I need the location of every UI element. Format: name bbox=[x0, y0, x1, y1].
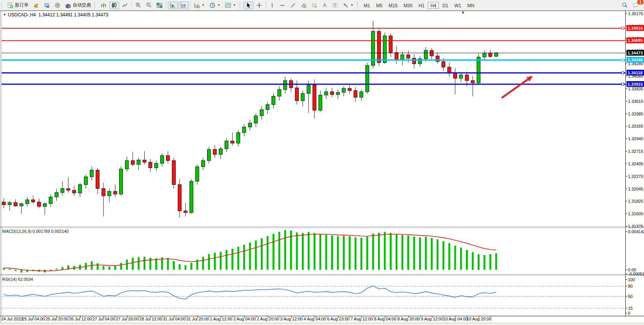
date-label: 26 Jul 12:00 bbox=[69, 317, 92, 321]
templates-button[interactable]: ▼ bbox=[223, 2, 238, 9]
chart-shift-marker-icon[interactable]: ▼ bbox=[461, 11, 465, 14]
new-order-button[interactable]: 新订单 bbox=[5, 2, 30, 9]
text-button[interactable]: A bbox=[320, 2, 329, 9]
price-tick-label: 1.35175 bbox=[628, 11, 643, 16]
candle bbox=[483, 50, 486, 60]
candle bbox=[401, 51, 404, 66]
dropdown-caret-icon: ▼ bbox=[217, 3, 220, 7]
candle bbox=[413, 54, 416, 68]
candlestick-chart-button[interactable] bbox=[109, 2, 119, 9]
auto-trading-button[interactable]: 自动交易 bbox=[63, 2, 93, 9]
candle bbox=[32, 196, 35, 204]
candle bbox=[389, 34, 392, 57]
date-label: 10 Aug 20:00 bbox=[467, 317, 491, 321]
templates-icon bbox=[225, 2, 231, 8]
date-label: 9 Aug 12:00 bbox=[421, 317, 443, 321]
cursor-icon bbox=[245, 2, 252, 8]
periods-button[interactable]: ▼ bbox=[207, 2, 222, 9]
macd-tick-label: 0.004142 bbox=[628, 229, 644, 234]
toolbar-separator bbox=[166, 2, 166, 9]
candle bbox=[96, 168, 99, 194]
candle bbox=[307, 80, 310, 113]
timeframe-m5-button[interactable]: M5 bbox=[373, 2, 385, 9]
zoom-out-button[interactable] bbox=[144, 2, 154, 9]
indicators-button[interactable]: ▼ bbox=[192, 2, 207, 9]
text-label-button[interactable]: T bbox=[330, 2, 340, 9]
date-label: 8 Aug 04:00 bbox=[374, 317, 397, 321]
fibonacci-button[interactable]: F bbox=[309, 2, 319, 9]
price-tick-label: 1.31600 bbox=[628, 211, 643, 216]
bar-chart-button[interactable] bbox=[99, 2, 108, 9]
line-chart-button[interactable] bbox=[120, 2, 130, 9]
horizontal-line-button[interactable] bbox=[277, 2, 287, 9]
candle bbox=[360, 90, 363, 101]
date-label: 31 Jul 04:00 bbox=[163, 317, 186, 321]
auto-scroll-button[interactable] bbox=[168, 2, 178, 9]
notifications-button[interactable]: 1 bbox=[631, 2, 641, 9]
date-label: 8 Aug 20:00 bbox=[397, 317, 420, 321]
rsi-tick-label: 100 bbox=[628, 277, 635, 282]
timeframe-d1-button[interactable]: D1 bbox=[440, 2, 451, 9]
toolbar-grip bbox=[357, 2, 360, 9]
candle bbox=[237, 130, 240, 147]
date-label: 4 Aug 04:00 bbox=[304, 317, 326, 321]
main-toolbar: 新订单 自动交易 ▼ ▼ ▼ E F A T ▼ bbox=[0, 0, 644, 11]
timeframe-w1-button[interactable]: W1 bbox=[452, 2, 464, 9]
timeframe-h4-button[interactable]: H4 bbox=[428, 2, 439, 9]
cursor-button[interactable] bbox=[244, 2, 253, 9]
equidistant-channel-button[interactable]: E bbox=[299, 2, 309, 9]
timeframe-m1-button[interactable]: M1 bbox=[361, 2, 373, 9]
timeframe-m30-button[interactable]: M30 bbox=[401, 2, 415, 9]
candle bbox=[55, 189, 58, 201]
line-handle[interactable] bbox=[622, 83, 624, 85]
macd-tick-label: -0.000511 bbox=[628, 272, 644, 276]
date-label: 3 Aug 12:00 bbox=[280, 317, 303, 321]
trend-arrow-object[interactable] bbox=[502, 79, 528, 98]
line-handle[interactable] bbox=[622, 27, 624, 29]
timeframe-m15-button[interactable]: M15 bbox=[386, 2, 400, 9]
candle bbox=[190, 179, 193, 214]
timeframe-mn-button[interactable]: MN bbox=[465, 2, 477, 9]
candle bbox=[330, 88, 334, 98]
zoom-in-button[interactable] bbox=[133, 2, 143, 9]
text-icon: A bbox=[322, 2, 327, 8]
date-label: 25 Jul 04:00 bbox=[22, 317, 45, 321]
gold-bar-button[interactable] bbox=[31, 2, 41, 9]
candle bbox=[406, 50, 410, 62]
trendline-button[interactable] bbox=[288, 2, 298, 9]
virtual-hosting-button[interactable] bbox=[42, 2, 52, 9]
timeframe-h1-button[interactable]: H1 bbox=[416, 2, 427, 9]
chart-plot[interactable]: 1.351751.349501.347301.345051.342801.340… bbox=[0, 11, 644, 323]
arrows-button[interactable]: ▼ bbox=[341, 2, 355, 9]
price-tick-label: 1.32045 bbox=[628, 187, 643, 191]
virtual-hosting-icon bbox=[44, 2, 50, 8]
candle bbox=[2, 198, 6, 208]
price-line-label: 1.34348 bbox=[628, 58, 643, 62]
line-handle[interactable] bbox=[622, 72, 624, 74]
tile-windows-button[interactable] bbox=[155, 2, 164, 9]
candle bbox=[196, 165, 199, 185]
crosshair-button[interactable] bbox=[254, 2, 264, 9]
price-line-label: 1.33915 bbox=[628, 82, 643, 86]
price-tick-label: 1.31825 bbox=[628, 199, 643, 203]
candle bbox=[213, 146, 217, 158]
date-label: 27 Jul 04:00 bbox=[92, 317, 115, 321]
signals-button[interactable] bbox=[53, 2, 62, 9]
candle bbox=[8, 201, 11, 211]
price-line-label: 1.34473 bbox=[628, 51, 643, 55]
macd-indicator-label: MACD(12,26,9) 0.001789 0.002140 bbox=[2, 229, 69, 234]
candle bbox=[184, 203, 187, 217]
search-button[interactable] bbox=[619, 2, 630, 9]
chart-shift-button[interactable] bbox=[179, 2, 188, 9]
indicators-icon bbox=[194, 2, 200, 8]
line-handle[interactable] bbox=[622, 59, 624, 61]
candle bbox=[313, 79, 316, 118]
candle bbox=[61, 181, 64, 196]
toolbar-grip bbox=[94, 2, 97, 9]
candle bbox=[348, 85, 351, 94]
vertical-line-button[interactable] bbox=[268, 2, 277, 9]
price-tick-label: 1.32940 bbox=[628, 136, 643, 141]
collapse-triangle-icon[interactable]: ▼ bbox=[3, 13, 6, 16]
price-tick-label: 1.33165 bbox=[628, 124, 643, 128]
candle bbox=[225, 138, 228, 152]
